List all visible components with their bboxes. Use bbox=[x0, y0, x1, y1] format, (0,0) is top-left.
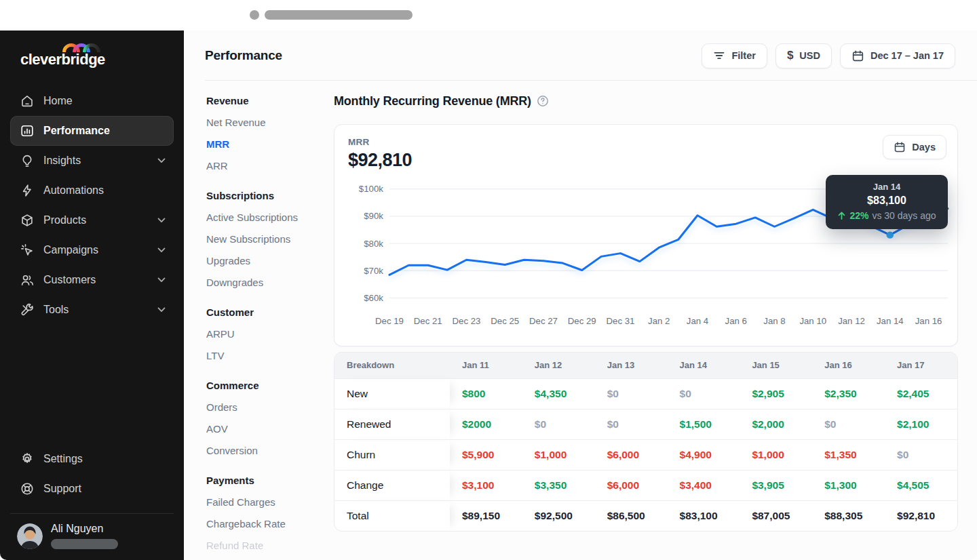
y-axis-tick: $100k bbox=[359, 184, 383, 194]
date-range-label: Dec 17 – Jan 17 bbox=[870, 50, 944, 61]
table-cell: $2,405 bbox=[885, 378, 957, 409]
support-icon bbox=[20, 481, 35, 496]
user-meta: Ali Nguyen bbox=[51, 523, 118, 549]
tooltip-delta-pct: 22% bbox=[849, 210, 868, 221]
subnav-section-payments: PaymentsFailed ChargesChargeback RateRef… bbox=[206, 470, 334, 557]
metrics-subnav: RevenueNet RevenueMRRARRSubscriptionsAct… bbox=[184, 81, 334, 560]
filter-button-label: Filter bbox=[731, 50, 755, 61]
sidebar-item-label: Performance bbox=[43, 125, 110, 137]
table-column-header: Jan 12 bbox=[522, 353, 595, 378]
sidebar-item-campaigns[interactable]: Campaigns bbox=[10, 235, 174, 265]
table-header-row: BreakdownJan 11Jan 12Jan 13Jan 14Jan 15J… bbox=[334, 353, 957, 378]
content: RevenueNet RevenueMRRARRSubscriptionsAct… bbox=[184, 81, 977, 560]
y-axis-tick: $90k bbox=[364, 212, 383, 222]
subnav-item-conversion[interactable]: Conversion bbox=[206, 440, 334, 462]
sidebar-item-settings[interactable]: Settings bbox=[10, 444, 174, 474]
subnav-item-new-subscriptions[interactable]: New Subscriptions bbox=[206, 228, 334, 250]
table-cell: $83,100 bbox=[668, 500, 740, 531]
table-column-header: Jan 17 bbox=[885, 353, 957, 378]
sidebar-item-performance[interactable]: Performance bbox=[10, 116, 174, 146]
sidebar-item-label: Campaigns bbox=[43, 244, 98, 256]
campaigns-icon bbox=[20, 243, 35, 258]
x-axis-tick: Jan 14 bbox=[877, 316, 904, 326]
highlighted-data-point[interactable] bbox=[886, 232, 894, 239]
tooltip-delta: 22% vs 30 days ago bbox=[834, 210, 940, 221]
row-label: Total bbox=[334, 500, 450, 531]
x-axis-tick: Dec 27 bbox=[529, 316, 558, 326]
arrow-up-icon bbox=[837, 211, 846, 220]
table-cell: $800 bbox=[450, 378, 522, 409]
tools-icon bbox=[20, 302, 35, 317]
sidebar-item-label: Tools bbox=[43, 304, 69, 316]
subnav-section-title: Customer bbox=[206, 302, 334, 323]
subnav-item-downgrades[interactable]: Downgrades bbox=[206, 272, 334, 294]
table-row-total: Total$89,150$92,500$86,500$83,100$87,005… bbox=[334, 500, 957, 531]
subnav-item-upgrades[interactable]: Upgrades bbox=[206, 250, 334, 272]
avatar bbox=[17, 523, 43, 549]
table-row-new: New$800$4,350$0$0$2,905$2,350$2,405 bbox=[334, 378, 957, 409]
help-icon[interactable] bbox=[537, 95, 549, 107]
sidebar-item-support[interactable]: Support bbox=[10, 474, 174, 504]
table-cell: $3,400 bbox=[668, 470, 740, 500]
date-range-button[interactable]: Dec 17 – Jan 17 bbox=[840, 43, 955, 68]
sidebar-item-tools[interactable]: Tools bbox=[10, 295, 174, 325]
table-cell: $1,350 bbox=[812, 439, 885, 470]
subnav-item-failed-charges[interactable]: Failed Charges bbox=[206, 492, 334, 513]
table-column-header: Jan 11 bbox=[450, 353, 522, 378]
sidebar-item-automations[interactable]: Automations bbox=[10, 176, 174, 205]
granularity-button[interactable]: Days bbox=[883, 135, 946, 159]
user-profile[interactable]: Ali Nguyen bbox=[0, 514, 184, 560]
table-column-header: Jan 15 bbox=[740, 353, 812, 378]
table-cell: $1,500 bbox=[668, 409, 740, 439]
table-row-renewed: Renewed$2000$0$0$1,500$2,000$0$2,100 bbox=[334, 409, 957, 439]
table-cell: $0 bbox=[595, 409, 668, 439]
filter-button[interactable]: Filter bbox=[702, 43, 767, 68]
products-icon bbox=[20, 213, 35, 228]
sidebar-item-insights[interactable]: Insights bbox=[10, 146, 174, 176]
x-axis-tick: Jan 10 bbox=[799, 316, 826, 326]
browser-address-placeholder bbox=[265, 10, 413, 20]
subnav-item-arpu[interactable]: ARPU bbox=[206, 323, 334, 345]
subnav-section-revenue: RevenueNet RevenueMRRARR bbox=[206, 90, 334, 177]
metric-panel: Monthly Recurring Revenue (MRR) MRR $92,… bbox=[334, 81, 977, 560]
insights-icon bbox=[20, 153, 35, 168]
subnav-item-aov[interactable]: AOV bbox=[206, 418, 334, 440]
subnav-item-refund-rate[interactable]: Refund Rate bbox=[206, 535, 334, 557]
table-cell: $1,000 bbox=[522, 439, 595, 470]
mrr-chart-card: MRR $92,810 Days $100k$90k$80k$70k$60kDe… bbox=[334, 124, 958, 346]
x-axis-tick: Jan 8 bbox=[763, 316, 785, 326]
table-column-header: Breakdown bbox=[334, 353, 450, 378]
sidebar-item-home[interactable]: Home bbox=[10, 86, 174, 116]
sidebar-item-label: Customers bbox=[43, 274, 96, 286]
row-label: Change bbox=[334, 470, 450, 500]
page-header: Performance Filter $ USD Dec 17 – Jan 17 bbox=[184, 31, 977, 81]
table-cell: $6,000 bbox=[595, 470, 668, 500]
subnav-item-ltv[interactable]: LTV bbox=[206, 345, 334, 367]
subnav-item-chargeback-rate[interactable]: Chargeback Rate bbox=[206, 513, 334, 535]
subnav-item-arr[interactable]: ARR bbox=[206, 155, 334, 177]
x-axis-tick: Jan 2 bbox=[648, 316, 670, 326]
subnav-section-title: Subscriptions bbox=[206, 185, 334, 207]
row-label: Renewed bbox=[334, 409, 450, 439]
x-axis-tick: Jan 4 bbox=[687, 316, 708, 326]
subnav-item-mrr[interactable]: MRR bbox=[206, 134, 334, 155]
tooltip-date: Jan 14 bbox=[834, 182, 940, 192]
sidebar: cleverbridge HomePerformanceInsightsAuto… bbox=[0, 31, 184, 560]
table-cell: $3,905 bbox=[740, 470, 812, 500]
subnav-item-active-subscriptions[interactable]: Active Subscriptions bbox=[206, 207, 334, 228]
tooltip-value: $83,100 bbox=[834, 195, 940, 207]
sidebar-item-label: Insights bbox=[43, 155, 81, 167]
logo-wordmark: cleverbridge bbox=[20, 51, 184, 68]
subnav-item-net-revenue[interactable]: Net Revenue bbox=[206, 112, 334, 134]
currency-button[interactable]: $ USD bbox=[775, 43, 832, 68]
subnav-section-title: Payments bbox=[206, 470, 334, 492]
table-column-header: Jan 16 bbox=[812, 353, 885, 378]
granularity-button-label: Days bbox=[912, 142, 936, 153]
sidebar-item-label: Settings bbox=[43, 453, 83, 465]
subnav-item-orders[interactable]: Orders bbox=[206, 397, 334, 418]
sidebar-item-customers[interactable]: Customers bbox=[10, 265, 174, 295]
x-axis-tick: Jan 16 bbox=[915, 316, 942, 326]
table-cell: $92,500 bbox=[522, 500, 595, 531]
cleverbridge-logo[interactable]: cleverbridge bbox=[20, 42, 184, 68]
sidebar-item-products[interactable]: Products bbox=[10, 205, 174, 235]
